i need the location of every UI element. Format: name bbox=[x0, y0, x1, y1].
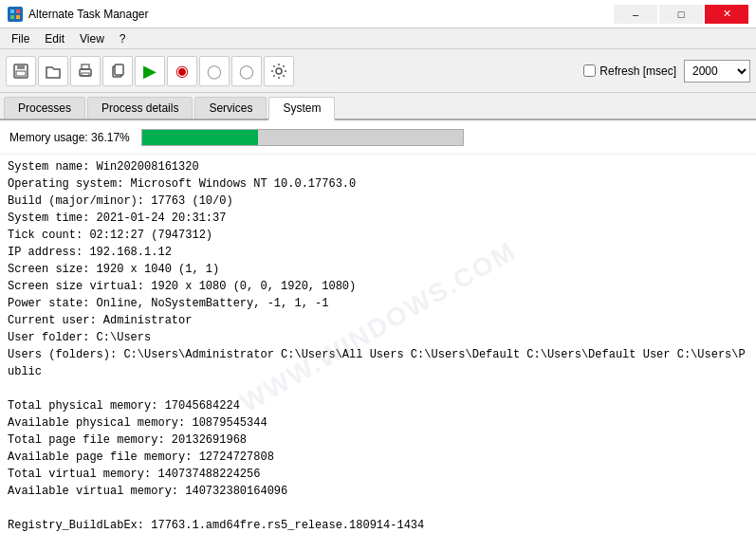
toolbar-btn-settings[interactable] bbox=[264, 56, 294, 86]
svg-rect-5 bbox=[17, 64, 25, 69]
svg-rect-0 bbox=[10, 9, 14, 13]
menu-item-file[interactable]: File bbox=[4, 28, 37, 48]
menu-item-view[interactable]: View bbox=[72, 28, 112, 48]
svg-rect-6 bbox=[16, 71, 26, 76]
tabs-bar: Processes Process details Services Syste… bbox=[0, 93, 756, 120]
system-info-text[interactable]: System name: Win202008161320 Operating s… bbox=[0, 155, 756, 533]
maximize-button[interactable]: □ bbox=[659, 5, 703, 24]
refresh-checkbox[interactable] bbox=[583, 64, 596, 77]
svg-point-12 bbox=[276, 68, 282, 74]
refresh-checkbox-container: Refresh [msec] bbox=[583, 64, 676, 78]
minimize-button[interactable]: – bbox=[614, 5, 657, 24]
svg-rect-11 bbox=[115, 64, 123, 75]
tab-services[interactable]: Services bbox=[194, 97, 267, 119]
memory-bar-area: Memory usage: 36.17% bbox=[0, 120, 756, 155]
content-area: WWW.WINDOWS.COM Memory usage: 36.17% Sys… bbox=[0, 120, 756, 533]
title-bar: Alternate Task Manager – □ ✕ bbox=[0, 0, 756, 28]
memory-usage-label: Memory usage: 36.17% bbox=[9, 131, 130, 144]
toolbar-btn-save[interactable] bbox=[6, 56, 36, 86]
menu-item-edit[interactable]: Edit bbox=[37, 28, 72, 48]
svg-rect-3 bbox=[16, 15, 20, 19]
toolbar-btn-resume[interactable]: ◯ bbox=[231, 56, 262, 86]
tab-processes[interactable]: Processes bbox=[4, 97, 85, 119]
toolbar-btn-start[interactable]: ▶ bbox=[135, 56, 165, 86]
svg-rect-1 bbox=[16, 9, 20, 13]
progress-container bbox=[141, 129, 464, 146]
svg-rect-9 bbox=[82, 73, 89, 76]
refresh-label: Refresh [msec] bbox=[599, 64, 676, 78]
svg-rect-2 bbox=[10, 15, 14, 19]
tab-system[interactable]: System bbox=[268, 97, 335, 120]
toolbar-btn-open[interactable] bbox=[38, 56, 68, 86]
tab-process-details[interactable]: Process details bbox=[87, 97, 193, 119]
toolbar-btn-copy[interactable] bbox=[102, 56, 133, 86]
toolbar-btn-print[interactable] bbox=[70, 56, 101, 86]
toolbar: ▶ ◉ ◯ ◯ Refresh [msec] 2000 bbox=[0, 49, 756, 93]
refresh-interval-select[interactable]: 2000 bbox=[684, 60, 750, 83]
app-icon bbox=[8, 7, 23, 22]
menu-item-help[interactable]: ? bbox=[112, 28, 134, 48]
progress-fill bbox=[142, 130, 258, 145]
menu-bar: File Edit View ? bbox=[0, 28, 756, 49]
toolbar-btn-pause[interactable]: ◯ bbox=[199, 56, 230, 86]
close-button[interactable]: ✕ bbox=[705, 5, 748, 24]
toolbar-btn-stop[interactable]: ◉ bbox=[167, 56, 197, 86]
app-title: Alternate Task Manager bbox=[28, 8, 149, 21]
